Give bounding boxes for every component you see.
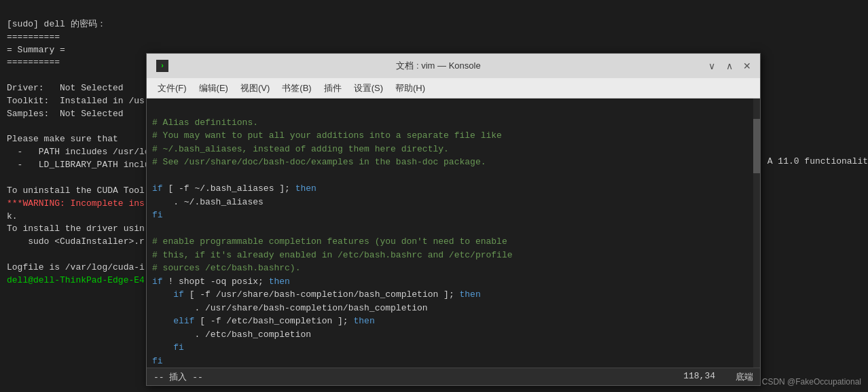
menu-bookmark[interactable]: 书签(B) [276, 80, 317, 96]
terminal-line-uninstall: To uninstall the CUDA Tool [7, 185, 145, 196]
scroll-position: 底端 [736, 371, 753, 383]
terminal-line-ldlib: - LD_LIBRARY_PATH inclu [7, 160, 150, 170]
terminal-line-logfile: Logfile is /var/log/cuda-i [7, 262, 145, 272]
editor-line-3: # ~/.bash_aliases, instead of adding the… [152, 144, 449, 154]
title-bar: › 文档 : vim — Konsole ∨ ∧ ✕ [147, 54, 760, 78]
terminal-line-driver: Driver: Not Selected [7, 83, 124, 93]
editor-line-5: if [ -f ~/.bash_aliases ]; then [152, 183, 317, 194]
minimize-button[interactable]: ∨ [704, 58, 719, 73]
menu-file[interactable]: 文件(F) [152, 80, 192, 96]
terminal-line-sudo: [sudo] dell 的密码： [7, 19, 106, 29]
window-title: 文档 : vim — Konsole [173, 60, 704, 72]
title-bar-left: › [152, 60, 173, 72]
editor-line-1: # Alias definitions. [152, 118, 258, 128]
menu-help[interactable]: 帮助(H) [390, 80, 431, 96]
editor-line-10: # sources /etc/bash.bashrc). [152, 263, 300, 273]
editor-area[interactable]: # Alias definitions. # You may want to p… [147, 99, 760, 368]
terminal-line-makesure: Please make sure that [7, 134, 118, 144]
menu-bar: 文件(F) 编辑(E) 视图(V) 书签(B) 插件 设置(S) 帮助(H) [147, 78, 760, 99]
watermark: CSDN @FakeOccupational [762, 377, 861, 387]
editor-line-14: elif [ -f /etc/bash_completion ]; then [152, 316, 375, 326]
editor-line-17: fi [152, 356, 163, 366]
status-right-group: 118,34 底端 [683, 371, 753, 383]
terminal-right-text: A 11.0 functionalit [765, 156, 868, 166]
editor-line-12: if [ -f /usr/share/bash-completion/bash_… [152, 289, 481, 300]
menu-view[interactable]: 视图(V) [235, 80, 275, 96]
terminal-line-k: k. [7, 211, 18, 221]
terminal-line-samples: Samples: Not Selected [7, 109, 124, 119]
editor-line-6: . ~/.bash_aliases [152, 197, 264, 207]
terminal-line-summary: = Summary = [7, 45, 65, 55]
window-controls: ∨ ∧ ✕ [704, 58, 755, 73]
editor-line-2: # You may want to put all your additions… [152, 130, 502, 141]
vim-mode: -- 插入 -- [153, 371, 203, 383]
terminal-line-sudo2: sudo <CudaInstaller>.r [7, 236, 145, 247]
terminal-prompt-symbol: › [160, 63, 164, 70]
scrollbar-thumb[interactable] [753, 119, 760, 173]
terminal-line-install: To install the driver usin [7, 224, 145, 234]
status-bar: -- 插入 -- 118,34 底端 [147, 368, 760, 385]
terminal-app-icon: › [156, 60, 168, 72]
terminal-line-warning: ***WARNING: Incomplete ins [7, 198, 145, 209]
editor-line-7: fi [152, 210, 163, 220]
editor-line-16: fi [152, 342, 184, 353]
editor-line-13: . /usr/share/bash-completion/bash_comple… [152, 303, 428, 313]
close-button[interactable]: ✕ [740, 58, 755, 73]
editor-line-8: # enable programmable completion feature… [152, 236, 507, 247]
editor-content[interactable]: # Alias definitions. # You may want to p… [147, 99, 753, 368]
konsole-window: › 文档 : vim — Konsole ∨ ∧ ✕ 文件(F) 编辑(E) 视… [146, 53, 761, 386]
terminal-line-eq1: ========== [7, 32, 60, 42]
editor-line-15: . /etc/bash_completion [152, 329, 311, 340]
scrollbar[interactable] [753, 99, 760, 368]
terminal-line-path: - PATH includes /usr/lo [7, 147, 150, 157]
menu-settings[interactable]: 设置(S) [348, 80, 388, 96]
terminal-line-toolkit: Toolkit: Installed in /us [7, 96, 145, 106]
editor-line-4: # See /usr/share/doc/bash-doc/examples i… [152, 157, 486, 167]
terminal-line-eq2: ========== [7, 57, 60, 67]
editor-line-11: if ! shopt -oq posix; then [152, 277, 290, 287]
editor-line-9: # this, if it's already enabled in /etc/… [152, 250, 513, 260]
maximize-button[interactable]: ∧ [722, 58, 737, 73]
terminal-line-prompt: dell@dell-ThinkPad-Edge-E4 [7, 275, 145, 285]
cursor-position: 118,34 [683, 371, 715, 383]
menu-plugins[interactable]: 插件 [319, 80, 347, 96]
menu-edit[interactable]: 编辑(E) [194, 80, 234, 96]
